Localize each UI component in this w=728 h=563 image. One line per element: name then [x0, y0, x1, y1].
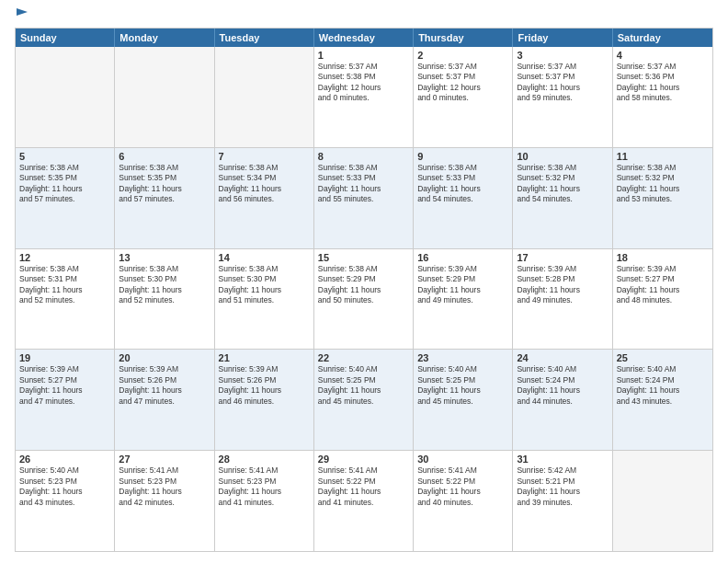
day-cell-27: 27Sunrise: 5:41 AMSunset: 5:23 PMDayligh… — [115, 451, 214, 551]
day-cell-12: 12Sunrise: 5:38 AMSunset: 5:31 PMDayligh… — [16, 249, 115, 350]
day-number: 24 — [517, 352, 608, 363]
day-number: 29 — [318, 454, 409, 465]
day-number: 17 — [517, 252, 608, 263]
day-info: Sunrise: 5:39 AMSunset: 5:28 PMDaylight:… — [517, 264, 608, 306]
day-cell-16: 16Sunrise: 5:39 AMSunset: 5:29 PMDayligh… — [414, 249, 513, 350]
day-number: 22 — [318, 352, 409, 363]
day-info: Sunrise: 5:40 AMSunset: 5:25 PMDaylight:… — [318, 364, 409, 407]
day-info: Sunrise: 5:38 AMSunset: 5:32 PMDaylight:… — [517, 163, 608, 205]
day-number: 25 — [617, 352, 709, 363]
day-info: Sunrise: 5:39 AMSunset: 5:29 PMDaylight:… — [417, 264, 508, 306]
header — [15, 11, 713, 20]
day-info: Sunrise: 5:41 AMSunset: 5:23 PMDaylight:… — [219, 465, 310, 508]
day-number: 7 — [219, 151, 310, 162]
day-cell-14: 14Sunrise: 5:38 AMSunset: 5:30 PMDayligh… — [215, 249, 314, 350]
empty-cell — [613, 451, 712, 551]
weekday-header-wednesday: Wednesday — [314, 29, 414, 47]
page: SundayMondayTuesdayWednesdayThursdayFrid… — [0, 0, 728, 563]
calendar-row-1: 1Sunrise: 5:37 AMSunset: 5:38 PMDaylight… — [16, 47, 712, 147]
day-info: Sunrise: 5:38 AMSunset: 5:33 PMDaylight:… — [318, 163, 409, 205]
day-info: Sunrise: 5:39 AMSunset: 5:27 PMDaylight:… — [617, 264, 709, 306]
day-info: Sunrise: 5:37 AMSunset: 5:38 PMDaylight:… — [318, 62, 409, 104]
empty-cell — [16, 47, 115, 147]
day-number: 8 — [318, 151, 409, 162]
day-number: 30 — [417, 454, 508, 465]
day-info: Sunrise: 5:38 AMSunset: 5:32 PMDaylight:… — [617, 163, 709, 205]
day-info: Sunrise: 5:41 AMSunset: 5:23 PMDaylight:… — [119, 465, 210, 508]
logo-flag-icon — [16, 7, 28, 20]
day-info: Sunrise: 5:40 AMSunset: 5:24 PMDaylight:… — [517, 364, 608, 407]
day-info: Sunrise: 5:38 AMSunset: 5:35 PMDaylight:… — [119, 163, 210, 205]
day-number: 26 — [19, 454, 110, 465]
day-info: Sunrise: 5:41 AMSunset: 5:22 PMDaylight:… — [318, 465, 409, 508]
day-cell-19: 19Sunrise: 5:39 AMSunset: 5:27 PMDayligh… — [16, 350, 115, 450]
day-number: 12 — [19, 252, 110, 263]
day-cell-15: 15Sunrise: 5:38 AMSunset: 5:29 PMDayligh… — [314, 249, 414, 350]
weekday-header-sunday: Sunday — [16, 29, 115, 47]
calendar-header: SundayMondayTuesdayWednesdayThursdayFrid… — [16, 29, 712, 47]
day-cell-23: 23Sunrise: 5:40 AMSunset: 5:25 PMDayligh… — [414, 350, 513, 450]
day-info: Sunrise: 5:38 AMSunset: 5:33 PMDaylight:… — [417, 163, 508, 205]
day-cell-22: 22Sunrise: 5:40 AMSunset: 5:25 PMDayligh… — [314, 350, 414, 450]
day-number: 21 — [219, 352, 310, 363]
day-cell-4: 4Sunrise: 5:37 AMSunset: 5:36 PMDaylight… — [613, 47, 712, 147]
day-info: Sunrise: 5:41 AMSunset: 5:22 PMDaylight:… — [417, 465, 508, 508]
day-cell-26: 26Sunrise: 5:40 AMSunset: 5:23 PMDayligh… — [16, 451, 115, 551]
day-cell-30: 30Sunrise: 5:41 AMSunset: 5:22 PMDayligh… — [414, 451, 513, 551]
day-number: 2 — [417, 50, 508, 61]
day-info: Sunrise: 5:38 AMSunset: 5:31 PMDaylight:… — [19, 264, 110, 306]
day-info: Sunrise: 5:42 AMSunset: 5:21 PMDaylight:… — [517, 465, 608, 508]
weekday-header-tuesday: Tuesday — [215, 29, 314, 47]
day-number: 19 — [19, 352, 110, 363]
day-number: 28 — [219, 454, 310, 465]
day-cell-5: 5Sunrise: 5:38 AMSunset: 5:35 PMDaylight… — [16, 148, 115, 248]
weekday-header-saturday: Saturday — [613, 29, 712, 47]
day-number: 16 — [417, 252, 508, 263]
empty-cell — [215, 47, 314, 147]
day-number: 27 — [119, 454, 210, 465]
day-number: 23 — [417, 352, 508, 363]
day-number: 15 — [318, 252, 409, 263]
calendar-row-3: 12Sunrise: 5:38 AMSunset: 5:31 PMDayligh… — [16, 248, 712, 350]
day-number: 4 — [617, 50, 709, 61]
day-cell-6: 6Sunrise: 5:38 AMSunset: 5:35 PMDaylight… — [115, 148, 214, 248]
day-cell-7: 7Sunrise: 5:38 AMSunset: 5:34 PMDaylight… — [215, 148, 314, 248]
day-info: Sunrise: 5:38 AMSunset: 5:29 PMDaylight:… — [318, 264, 409, 306]
day-cell-1: 1Sunrise: 5:37 AMSunset: 5:38 PMDaylight… — [314, 47, 414, 147]
day-cell-18: 18Sunrise: 5:39 AMSunset: 5:27 PMDayligh… — [613, 249, 712, 350]
day-cell-21: 21Sunrise: 5:39 AMSunset: 5:26 PMDayligh… — [215, 350, 314, 450]
day-info: Sunrise: 5:38 AMSunset: 5:30 PMDaylight:… — [219, 264, 310, 306]
day-info: Sunrise: 5:38 AMSunset: 5:34 PMDaylight:… — [219, 163, 310, 205]
day-info: Sunrise: 5:39 AMSunset: 5:26 PMDaylight:… — [119, 364, 210, 407]
day-info: Sunrise: 5:37 AMSunset: 5:37 PMDaylight:… — [517, 62, 608, 104]
day-cell-17: 17Sunrise: 5:39 AMSunset: 5:28 PMDayligh… — [513, 249, 612, 350]
day-number: 31 — [517, 454, 608, 465]
day-cell-3: 3Sunrise: 5:37 AMSunset: 5:37 PMDaylight… — [513, 47, 612, 147]
calendar-row-5: 26Sunrise: 5:40 AMSunset: 5:23 PMDayligh… — [16, 450, 712, 551]
day-info: Sunrise: 5:37 AMSunset: 5:37 PMDaylight:… — [417, 62, 508, 104]
day-cell-13: 13Sunrise: 5:38 AMSunset: 5:30 PMDayligh… — [115, 249, 214, 350]
day-number: 20 — [119, 352, 210, 363]
day-info: Sunrise: 5:37 AMSunset: 5:36 PMDaylight:… — [617, 62, 709, 104]
weekday-header-thursday: Thursday — [414, 29, 513, 47]
day-info: Sunrise: 5:40 AMSunset: 5:25 PMDaylight:… — [417, 364, 508, 407]
day-number: 11 — [617, 151, 709, 162]
day-info: Sunrise: 5:39 AMSunset: 5:26 PMDaylight:… — [219, 364, 310, 407]
day-info: Sunrise: 5:40 AMSunset: 5:23 PMDaylight:… — [19, 465, 110, 508]
day-number: 14 — [219, 252, 310, 263]
day-cell-24: 24Sunrise: 5:40 AMSunset: 5:24 PMDayligh… — [513, 350, 612, 450]
day-number: 5 — [19, 151, 110, 162]
day-info: Sunrise: 5:39 AMSunset: 5:27 PMDaylight:… — [19, 364, 110, 407]
svg-marker-0 — [17, 8, 28, 16]
day-cell-8: 8Sunrise: 5:38 AMSunset: 5:33 PMDaylight… — [314, 148, 414, 248]
calendar-body: 1Sunrise: 5:37 AMSunset: 5:38 PMDaylight… — [16, 47, 712, 551]
day-number: 1 — [318, 50, 409, 61]
day-cell-29: 29Sunrise: 5:41 AMSunset: 5:22 PMDayligh… — [314, 451, 414, 551]
day-number: 18 — [617, 252, 709, 263]
day-cell-28: 28Sunrise: 5:41 AMSunset: 5:23 PMDayligh… — [215, 451, 314, 551]
calendar: SundayMondayTuesdayWednesdayThursdayFrid… — [15, 28, 713, 552]
empty-cell — [115, 47, 214, 147]
day-info: Sunrise: 5:40 AMSunset: 5:24 PMDaylight:… — [617, 364, 709, 407]
day-number: 13 — [119, 252, 210, 263]
day-number: 6 — [119, 151, 210, 162]
